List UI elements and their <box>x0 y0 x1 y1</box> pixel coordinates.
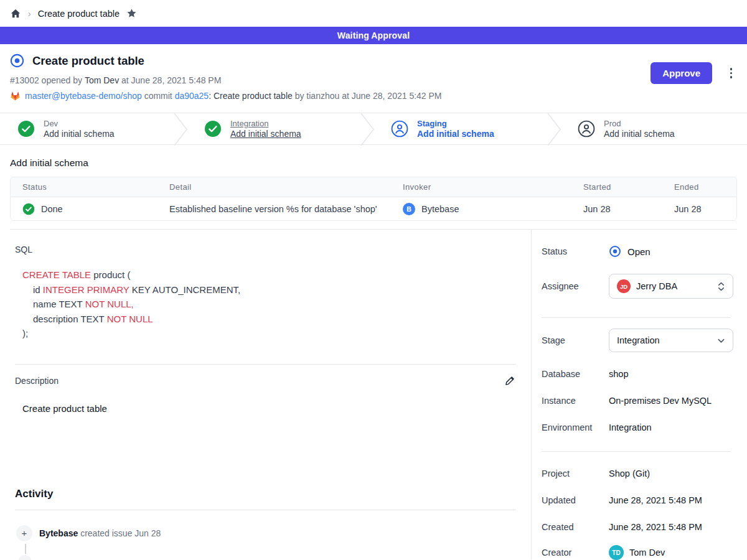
issue-sidebar: Status Open Assignee JD Jerry DBA Stage <box>532 230 747 559</box>
more-actions-icon[interactable] <box>729 67 734 80</box>
stage-staging[interactable]: StagingAdd initial schema <box>374 113 560 144</box>
commit-hash-link[interactable]: da90a25 <box>175 91 209 101</box>
status-value: Open <box>627 246 651 257</box>
timeline-line <box>25 544 26 554</box>
stage-separator-icon <box>547 113 561 146</box>
status-label: Status <box>542 246 609 256</box>
activity-title: Activity <box>15 488 516 500</box>
divider <box>15 364 516 365</box>
updown-chevron-icon <box>717 281 725 292</box>
person-circle-icon <box>391 120 408 138</box>
stage-separator-icon <box>174 113 187 146</box>
task-title: Add initial schema <box>10 157 737 169</box>
task-section: Add initial schema Status Detail Invoker… <box>0 157 747 230</box>
gitlab-icon <box>10 91 21 101</box>
task-table-header: Status Detail Invoker Started Ended <box>11 177 736 197</box>
issue-meta: #13002 opened by Tom Dev at June 28, 202… <box>10 75 737 85</box>
task-table: Status Detail Invoker Started Ended Done… <box>10 177 737 221</box>
creator-value: Tom Dev <box>629 548 665 558</box>
database-value: shop <box>609 369 628 379</box>
stage-integration[interactable]: IntegrationAdd initial schema <box>187 113 374 144</box>
description-label: Description <box>15 376 59 386</box>
bytebase-issue-page: › Create product table Waiting Approval … <box>0 0 747 560</box>
project-label: Project <box>542 469 609 478</box>
task-status: Done <box>41 204 63 214</box>
tom-avatar: TD <box>609 545 624 560</box>
open-status-icon <box>609 245 621 258</box>
breadcrumb-current[interactable]: Create product table <box>38 9 120 19</box>
issue-body: SQL CREATE TABLE product ( id INTEGER PR… <box>0 230 532 559</box>
jerry-avatar: JD <box>617 279 631 293</box>
issue-open-icon <box>10 54 24 68</box>
instance-label: Instance <box>542 396 609 406</box>
instance-value: On-premises Dev MySQL <box>609 396 712 406</box>
task-detail: Established baseline version %s for data… <box>157 204 391 214</box>
assignee-label: Assignee <box>542 281 609 291</box>
activity-item: + Bytebase created issue Jun 28 <box>15 525 516 541</box>
description-text: Create product table <box>22 403 516 414</box>
divider <box>542 451 731 452</box>
plus-icon: + <box>16 525 32 541</box>
home-icon[interactable] <box>10 8 21 19</box>
stage-select[interactable]: Integration <box>609 329 733 352</box>
person-circle-icon <box>578 120 595 138</box>
stage-separator-icon <box>360 113 374 146</box>
assignee-select[interactable]: JD Jerry DBA <box>609 274 733 299</box>
page-title: Create product table <box>32 54 144 68</box>
chevron-down-icon <box>717 337 725 345</box>
sql-label: SQL <box>15 245 516 254</box>
task-invoker: Bytebase <box>421 204 459 214</box>
task-started: Jun 28 <box>571 204 662 214</box>
done-check-icon <box>22 203 35 215</box>
branch-repo-link[interactable]: master@bytebase-demo/shop <box>25 91 142 101</box>
pipeline-stages: DevAdd initial schema IntegrationAdd ini… <box>0 113 747 145</box>
updated-label: Updated <box>542 495 609 505</box>
approval-banner: Waiting Approval <box>0 27 747 44</box>
star-icon[interactable] <box>126 8 137 19</box>
breadcrumb-chevron-icon: › <box>28 9 31 19</box>
commit-line: master@bytebase-demo/shop commit da90a25… <box>10 91 737 101</box>
created-value: June 28, 2021 5:48 PM <box>609 522 702 532</box>
environment-value: Integration <box>609 422 652 432</box>
divider <box>542 317 731 318</box>
sql-code: CREATE TABLE product ( id INTEGER PRIMAR… <box>22 268 516 341</box>
stage-prod[interactable]: ProdAdd initial schema <box>560 113 747 144</box>
environment-label: Environment <box>542 422 609 432</box>
database-label: Database <box>542 369 609 379</box>
divider <box>15 510 516 510</box>
bytebase-avatar: B <box>403 203 415 215</box>
stage-label: Stage <box>542 335 609 345</box>
issue-header: Create product table #13002 opened by To… <box>0 44 747 113</box>
edit-pencil-icon[interactable] <box>503 375 516 388</box>
task-table-row[interactable]: Done Established baseline version %s for… <box>11 197 736 220</box>
updated-value: June 28, 2021 5:48 PM <box>609 495 702 505</box>
commit-message: Create product table <box>214 91 293 101</box>
created-label: Created <box>542 522 609 532</box>
check-circle-icon <box>204 120 222 138</box>
breadcrumb: › Create product table <box>0 0 747 27</box>
timeline-dot <box>18 555 32 560</box>
activity-actor: Bytebase <box>39 528 78 538</box>
task-ended: Jun 28 <box>662 204 736 214</box>
project-value: Shop (Git) <box>609 469 650 478</box>
issue-author: Tom Dev <box>85 75 119 85</box>
creator-label: Creator <box>542 548 609 558</box>
stage-dev[interactable]: DevAdd initial schema <box>0 113 187 144</box>
check-circle-icon <box>17 120 35 138</box>
approve-button[interactable]: Approve <box>651 62 712 84</box>
